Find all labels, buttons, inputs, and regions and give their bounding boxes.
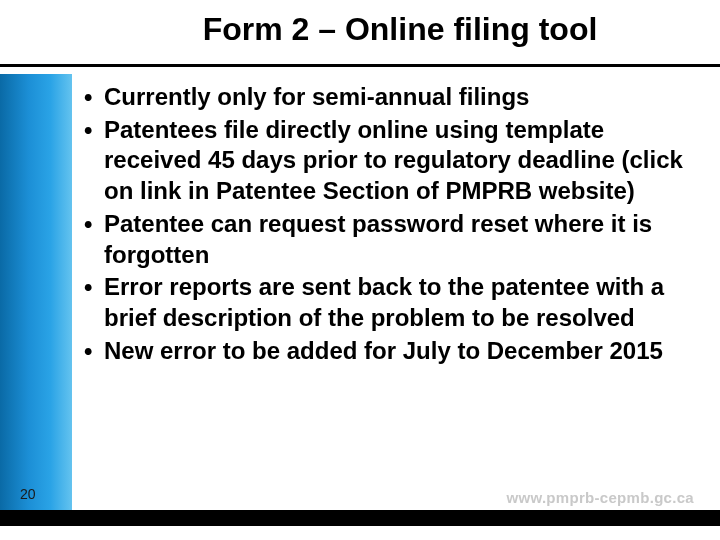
bullet-item: Error reports are sent back to the paten… <box>84 272 700 333</box>
page-number: 20 <box>20 486 36 502</box>
horizontal-rule <box>0 64 720 67</box>
slide: Form 2 – Online filing tool Currently on… <box>0 0 720 540</box>
bullet-item: Patentee can request password reset wher… <box>84 209 700 270</box>
bullet-item: Currently only for semi-annual filings <box>84 82 700 113</box>
bullet-item: Patentees file directly online using tem… <box>84 115 700 207</box>
slide-title: Form 2 – Online filing tool <box>110 10 690 48</box>
side-accent-bar <box>0 74 72 512</box>
footer-url: www.pmprb-cepmb.gc.ca <box>507 489 694 506</box>
bullet-item: New error to be added for July to Decemb… <box>84 336 700 367</box>
bullet-list: Currently only for semi-annual filings P… <box>84 82 700 366</box>
body-area: Currently only for semi-annual filings P… <box>84 82 700 540</box>
footer-bar <box>0 510 720 526</box>
title-area: Form 2 – Online filing tool <box>110 10 690 48</box>
